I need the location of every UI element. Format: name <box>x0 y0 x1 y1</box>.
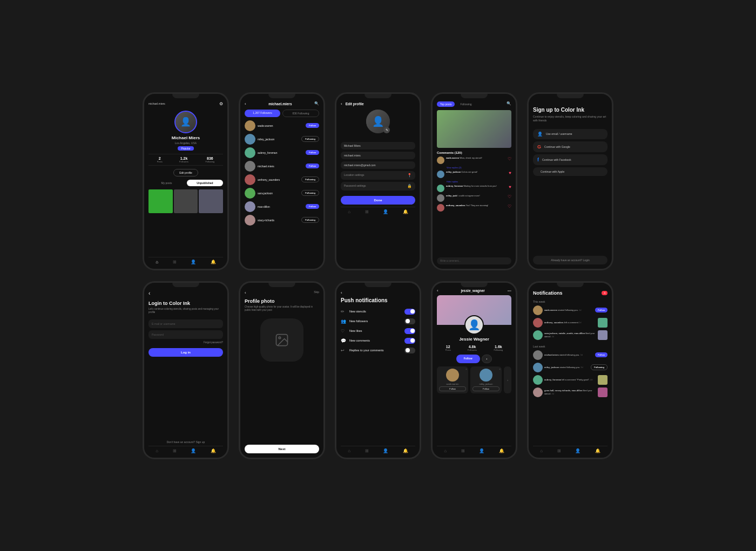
following-tab[interactable]: 836 Following <box>282 110 319 117</box>
already-account-text: Already have an account? Login <box>551 259 589 262</box>
password-input[interactable]: Password <box>148 330 223 339</box>
hide-replies[interactable]: Hide replies <box>447 180 511 183</box>
heart-filled-icon[interactable]: ♥ <box>509 171 511 175</box>
view-replies[interactable]: View replies (2) <box>447 166 511 169</box>
grid-icon[interactable]: ⊞ <box>557 448 561 453</box>
bell-icon[interactable]: 🔔 <box>403 209 408 214</box>
people-icon[interactable]: 👤 <box>575 448 580 453</box>
top-posts-tab[interactable]: Top posts <box>437 101 455 107</box>
email-input[interactable]: E-mail or username <box>148 319 223 328</box>
like-icon[interactable]: ♡ <box>508 157 511 161</box>
toggle-new-stencils[interactable] <box>404 309 415 315</box>
bell-icon[interactable]: 🔔 <box>595 448 600 453</box>
follow-button[interactable]: Follow <box>595 352 608 357</box>
this-week-label: This week <box>533 300 608 303</box>
toggle-new-comments[interactable] <box>404 338 415 344</box>
home-icon[interactable]: ⌂ <box>444 448 447 453</box>
grid-icon[interactable]: ⊞ <box>173 448 177 453</box>
home-icon[interactable]: ⌂ <box>348 209 350 214</box>
skip-link[interactable]: Skip <box>314 290 319 295</box>
home-icon[interactable]: ⌂ <box>156 260 158 264</box>
bell-icon[interactable]: 🔔 <box>403 448 408 453</box>
people-icon[interactable]: 👤 <box>479 448 484 453</box>
use-email-button[interactable]: 👤 Use email / username <box>533 129 608 139</box>
bell-icon[interactable]: 🔔 <box>211 448 216 453</box>
back-arrow-icon[interactable]: ‹ <box>245 101 246 106</box>
close-icon[interactable]: × <box>465 368 467 371</box>
content-tabs: Top posts Following 🔍 <box>437 101 511 107</box>
people-icon[interactable]: 👤 <box>191 448 196 453</box>
photo-upload-area[interactable] <box>260 318 303 362</box>
my-posts-tab[interactable]: My posts <box>148 180 185 186</box>
edit-avatar-button[interactable]: ✎ <box>383 127 390 133</box>
already-account-button[interactable]: Already have an account? Login <box>533 256 608 264</box>
following-button[interactable]: Following <box>301 176 319 182</box>
google-button[interactable]: G Continue with Google <box>533 141 608 152</box>
close-icon[interactable]: × <box>499 368 501 371</box>
back-arrow-icon[interactable]: ‹ <box>341 290 342 295</box>
grid-icon[interactable]: ⊞ <box>461 448 465 453</box>
login-button[interactable]: Log in <box>148 348 223 357</box>
like-icon[interactable]: ♡ <box>508 204 511 209</box>
edit-profile-button[interactable]: Edit profile <box>173 169 198 176</box>
toggle-replies[interactable] <box>404 348 415 353</box>
done-button[interactable]: Done <box>341 196 415 205</box>
bell-icon[interactable]: 🔔 <box>211 260 216 264</box>
user-name: anthony_saunders <box>258 178 299 181</box>
profile-name: Michael Miers <box>148 135 223 140</box>
search-icon[interactable]: 🔍 <box>507 101 511 107</box>
people-icon[interactable]: 👤 <box>383 448 388 453</box>
grid-icon[interactable]: ⊞ <box>173 260 177 264</box>
following-button[interactable]: Following <box>591 364 608 370</box>
apple-button[interactable]: Continue with Apple <box>533 167 608 176</box>
back-arrow-icon[interactable]: ‹ <box>437 288 438 293</box>
followers-tab[interactable]: 1,267 Followers <box>245 110 280 117</box>
follow-button[interactable]: Follow <box>306 204 319 209</box>
following-button[interactable]: Following <box>301 136 319 142</box>
suggested-follow-button[interactable]: Follow <box>473 386 500 391</box>
follow-button[interactable]: Follow <box>306 123 319 128</box>
facebook-button[interactable]: f Continue with Facebook <box>533 154 608 165</box>
bell-icon[interactable]: 🔔 <box>499 448 504 453</box>
people-icon[interactable]: 👤 <box>383 209 388 214</box>
home-icon[interactable]: ⌂ <box>156 448 158 453</box>
follow-button[interactable]: Follow <box>456 355 480 363</box>
heart-filled-icon[interactable]: ♥ <box>509 185 511 189</box>
gear-icon[interactable]: ⚙ <box>219 101 223 106</box>
follow-button[interactable]: Follow <box>306 164 319 168</box>
forgot-password-link[interactable]: Forgot password? <box>148 341 223 344</box>
toggle-new-likes[interactable] <box>404 328 415 334</box>
message-button[interactable]: • <box>482 355 492 363</box>
name-input[interactable]: Michael Miers <box>341 142 415 149</box>
comment-item: aubrey_foreman Waiting for more stencils… <box>437 185 511 192</box>
notif-avatar <box>533 363 543 372</box>
back-arrow-icon[interactable]: ‹ <box>245 290 246 295</box>
notif-avatar <box>533 318 543 328</box>
back-arrow-icon[interactable]: ‹ <box>341 101 342 106</box>
notif-avatar <box>533 350 543 360</box>
follow-button[interactable]: Follow <box>306 150 319 155</box>
following-tab[interactable]: Following <box>457 101 475 107</box>
username-input[interactable]: michael.miers <box>341 152 415 159</box>
list-item: miley_jackson Following <box>245 134 319 145</box>
grid-icon[interactable]: ⊞ <box>365 209 369 214</box>
more-icon[interactable]: ••• <box>508 289 511 292</box>
comment-input[interactable]: Write a comment... <box>437 257 511 264</box>
email-input[interactable]: michael.miers@gmail.com <box>341 161 415 169</box>
search-icon[interactable]: 🔍 <box>314 101 319 106</box>
back-arrow-icon[interactable]: ‹ <box>148 290 223 296</box>
notifications-badge: 4 <box>602 291 608 295</box>
like-icon[interactable]: ♡ <box>508 194 511 199</box>
toggle-new-followers[interactable] <box>404 318 415 324</box>
grid-icon[interactable]: ⊞ <box>365 448 369 453</box>
unpublished-tab[interactable]: Unpublished <box>187 180 223 186</box>
people-icon[interactable]: 👤 <box>191 260 196 264</box>
following-button[interactable]: Following <box>301 217 319 223</box>
follow-button[interactable]: Follow <box>595 308 608 312</box>
suggested-follow-button[interactable]: Follow <box>439 386 466 391</box>
home-icon[interactable]: ⌂ <box>540 448 543 453</box>
next-button[interactable]: Next <box>245 445 319 453</box>
home-icon[interactable]: ⌂ <box>348 448 350 453</box>
more-suggestions[interactable]: › <box>504 366 511 393</box>
following-button[interactable]: Following <box>301 190 319 196</box>
